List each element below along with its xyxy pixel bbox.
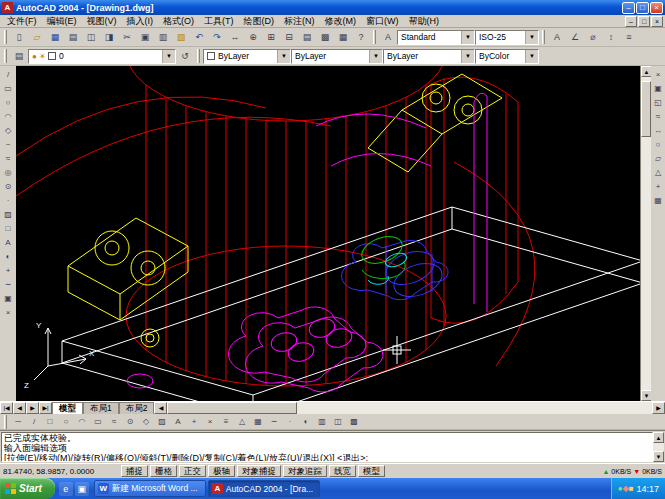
status-toggle-button[interactable]: 对象捕捉 [237, 465, 281, 477]
toolbar-icon[interactable]: A [548, 29, 566, 46]
toolbar-icon[interactable]: ≡ [218, 415, 234, 429]
chevron-down-icon[interactable]: ▼ [461, 31, 474, 44]
toolbar-icon[interactable]: ∠ [566, 29, 584, 46]
toolbar-icon[interactable]: ∼ [266, 415, 282, 429]
draw-tool-icon[interactable]: ▨ [1, 207, 15, 221]
status-toggle-button[interactable]: 捕捉 [121, 465, 148, 477]
text-style-combo[interactable]: Standard ▼ [397, 30, 475, 45]
toolbar-icon[interactable]: ◇ [138, 415, 154, 429]
modify-tool-icon[interactable]: △ [651, 165, 665, 179]
toolbar-icon[interactable]: ▱ [28, 29, 46, 46]
status-toggle-button[interactable]: 栅格 [150, 465, 177, 477]
toolbar-grip[interactable] [4, 49, 7, 63]
toolbar-icon[interactable]: ◫ [82, 29, 100, 46]
scroll-right-button[interactable]: ▶ [652, 402, 665, 414]
layout-tab[interactable]: 布局2 [119, 402, 155, 414]
text-style-icon[interactable]: A [379, 29, 397, 46]
chevron-down-icon[interactable]: ▼ [525, 50, 538, 63]
toolbar-icon[interactable]: ⊞ [262, 29, 280, 46]
draw-tool-icon[interactable]: × [1, 305, 15, 319]
chevron-down-icon[interactable]: ▼ [525, 31, 538, 44]
toolbar-icon[interactable]: ▦ [250, 415, 266, 429]
title-bar[interactable]: A AutoCAD 2004 - [Drawing1.dwg] – □ × [0, 0, 665, 15]
toolbar-icon[interactable]: △ [234, 415, 250, 429]
toolbar-grip[interactable] [197, 49, 200, 63]
quick-launch-icon[interactable]: e [59, 482, 73, 496]
draw-tool-icon[interactable]: ~ [1, 137, 15, 151]
drawing-area[interactable]: Y X Z [16, 66, 640, 401]
modify-tool-icon[interactable]: ≈ [651, 109, 665, 123]
menu-item[interactable]: 视图(V) [82, 15, 122, 28]
minimize-button[interactable]: – [622, 2, 635, 14]
toolbar-icon[interactable]: ▭ [90, 415, 106, 429]
modify-tool-icon[interactable]: ▱ [651, 151, 665, 165]
toolbar-icon[interactable]: ▤ [64, 29, 82, 46]
menu-item[interactable]: 标注(N) [279, 15, 320, 28]
toolbar-icon[interactable]: ⊙ [122, 415, 138, 429]
draw-tool-icon[interactable]: A [1, 235, 15, 249]
menu-item[interactable]: 修改(M) [320, 15, 362, 28]
command-scroll-track[interactable] [653, 443, 664, 451]
taskbar-item-word[interactable]: W 新建 Microsoft Word ... [94, 480, 206, 497]
tab-nav-button[interactable]: ▶ [26, 402, 39, 414]
toolbar-icon[interactable]: ◫ [330, 415, 346, 429]
toolbar-icon[interactable]: × [202, 415, 218, 429]
tab-nav-button[interactable]: |◀ [0, 402, 13, 414]
toolbar-icon[interactable]: + [186, 415, 202, 429]
toolbar-grip[interactable] [542, 30, 545, 44]
draw-tool-icon[interactable]: ▭ [1, 81, 15, 95]
tab-nav-button[interactable]: ▶| [39, 402, 52, 414]
layout-tab[interactable]: 模型 [52, 402, 83, 414]
toolbar-icon[interactable]: ≈ [106, 415, 122, 429]
modify-tool-icon[interactable]: ↔ [651, 123, 665, 137]
horizontal-scroll-track[interactable] [167, 402, 652, 414]
layout-tab[interactable]: 布局1 [83, 402, 119, 414]
toolbar-icon[interactable]: ⌀ [584, 29, 602, 46]
chevron-down-icon[interactable]: ▼ [369, 50, 382, 63]
draw-tool-icon[interactable]: ▣ [1, 291, 15, 305]
toolbar-icon[interactable]: ↔ [226, 29, 244, 46]
modify-tool-icon[interactable]: ◱ [651, 95, 665, 109]
toolbar-icon[interactable]: ◐ [298, 415, 314, 429]
toolbar-icon[interactable]: ✂ [118, 29, 136, 46]
toolbar-grip[interactable] [4, 30, 7, 44]
menu-item[interactable]: 文件(F) [2, 15, 42, 28]
status-toggle-button[interactable]: 模型 [358, 465, 385, 477]
draw-tool-icon[interactable]: □ [1, 221, 15, 235]
draw-tool-icon[interactable]: ⊙ [1, 179, 15, 193]
draw-tool-icon[interactable]: / [1, 67, 15, 81]
close-button[interactable]: × [650, 2, 663, 14]
menu-item[interactable]: 绘图(D) [239, 15, 280, 28]
toolbar-grip[interactable] [373, 30, 376, 44]
toolbar-icon[interactable]: ↶ [190, 29, 208, 46]
toolbar-icon[interactable]: ▦ [46, 29, 64, 46]
mdi-restore-button[interactable]: □ [638, 16, 650, 27]
vertical-scroll-thumb[interactable] [641, 81, 651, 137]
layer-previous-icon[interactable]: ↺ [176, 48, 194, 65]
toolbar-icon[interactable]: ▨ [154, 415, 170, 429]
toolbar-icon[interactable]: ▩ [316, 29, 334, 46]
toolbar-icon[interactable]: / [26, 415, 42, 429]
modify-tool-icon[interactable]: × [651, 67, 665, 81]
toolbar-icon[interactable]: ⊕ [244, 29, 262, 46]
menu-item[interactable]: 插入(I) [122, 15, 159, 28]
toolbar-icon[interactable]: ▥ [154, 29, 172, 46]
quick-launch-icon[interactable]: ▣ [75, 482, 89, 496]
menu-item[interactable]: 窗口(W) [361, 15, 404, 28]
chevron-down-icon[interactable]: ▼ [277, 50, 290, 63]
tray-icon[interactable]: ■ [629, 484, 634, 493]
linetype-combo[interactable]: ByLayer ▼ [291, 49, 383, 64]
chevron-down-icon[interactable]: ▼ [461, 50, 474, 63]
chevron-down-icon[interactable]: ▼ [162, 50, 175, 63]
toolbar-icon[interactable]: ─ [10, 415, 26, 429]
modify-tool-icon[interactable]: + [651, 179, 665, 193]
modify-tool-icon[interactable]: ▦ [651, 193, 665, 207]
draw-tool-icon[interactable]: ≈ [1, 151, 15, 165]
toolbar-icon[interactable]: ▥ [314, 415, 330, 429]
command-scrollbar[interactable]: ▲ ▼ [653, 432, 664, 462]
draw-tool-icon[interactable]: ◠ [1, 109, 15, 123]
toolbar-icon[interactable]: ▯ [10, 29, 28, 46]
scroll-up-button[interactable]: ▲ [653, 432, 664, 443]
toolbar-icon[interactable]: ▣ [136, 29, 154, 46]
scroll-down-button[interactable]: ▼ [653, 451, 664, 462]
